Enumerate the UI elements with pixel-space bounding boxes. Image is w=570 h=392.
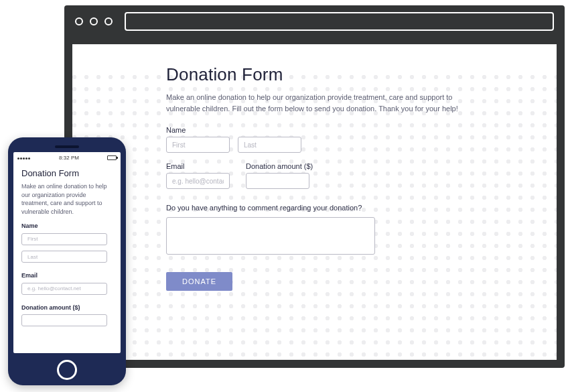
mobile-donation-amount-input[interactable] (21, 314, 107, 326)
amount-label: Donation amount ($) (246, 162, 313, 170)
status-time: 8:32 PM (59, 155, 79, 161)
mobile-page-description: Make an online donation to help our orga… (21, 182, 113, 216)
browser-titlebar (64, 5, 565, 38)
phone-home-button[interactable] (57, 360, 77, 380)
donation-amount-input[interactable] (246, 173, 309, 189)
mobile-email-input[interactable] (21, 283, 107, 295)
page-description: Make an online donation to help our orga… (166, 92, 463, 114)
address-bar[interactable] (125, 12, 554, 31)
window-dot-icon (75, 17, 83, 25)
email-input[interactable] (166, 173, 230, 189)
phone-screen: 8:32 PM Donation Form Make an online don… (13, 152, 121, 353)
window-dot-icon (90, 17, 98, 25)
mobile-last-name-input[interactable] (21, 251, 107, 263)
email-label: Email (166, 162, 230, 170)
phone-mockup: 8:32 PM Donation Form Make an online don… (8, 137, 126, 385)
mobile-page-title: Donation Form (21, 168, 113, 178)
phone-statusbar: 8:32 PM (13, 152, 121, 163)
page-title: Donation Form (166, 64, 463, 85)
browser-window: Donation Form Make an online donation to… (64, 5, 565, 368)
first-name-input[interactable] (166, 137, 230, 153)
page-content: Donation Form Make an online donation to… (72, 44, 557, 360)
donate-button[interactable]: DONATE (166, 272, 232, 291)
phone-speaker-icon (55, 145, 79, 148)
window-dot-icon (104, 17, 113, 25)
mobile-name-label: Name (21, 222, 113, 229)
comment-label: Do you have anything to comment regardin… (166, 204, 362, 212)
last-name-input[interactable] (238, 137, 301, 153)
battery-icon (107, 155, 117, 160)
comment-textarea[interactable] (166, 217, 375, 255)
mobile-first-name-input[interactable] (21, 233, 107, 245)
name-label: Name (166, 126, 463, 134)
mobile-amount-label: Donation amount ($) (21, 304, 113, 311)
mobile-email-label: Email (21, 272, 113, 279)
signal-dots-icon (17, 155, 31, 161)
